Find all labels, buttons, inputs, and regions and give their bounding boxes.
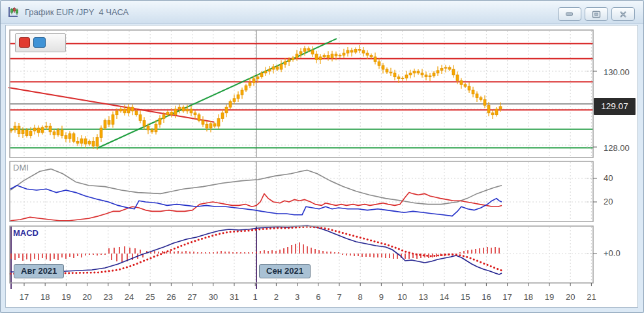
title-bar[interactable]: График EUR /JPY 4 ЧАСА	[1, 1, 643, 24]
restore-button[interactable]	[585, 7, 608, 21]
close-icon	[619, 10, 627, 18]
chart-window: График EUR /JPY 4 ЧАСА DMI MACD Авг 2021	[0, 0, 644, 313]
minimize-button[interactable]	[558, 7, 581, 21]
restore-icon	[592, 10, 601, 18]
window-controls	[558, 7, 635, 21]
chart-icon	[7, 6, 20, 18]
red-series-button[interactable]	[19, 37, 30, 48]
minimize-icon	[565, 11, 574, 17]
window-title: График EUR /JPY 4 ЧАСА	[25, 7, 129, 17]
blue-series-button[interactable]	[33, 37, 46, 48]
series-legend	[15, 33, 66, 52]
chart-area	[5, 25, 638, 308]
close-button[interactable]	[611, 7, 635, 21]
